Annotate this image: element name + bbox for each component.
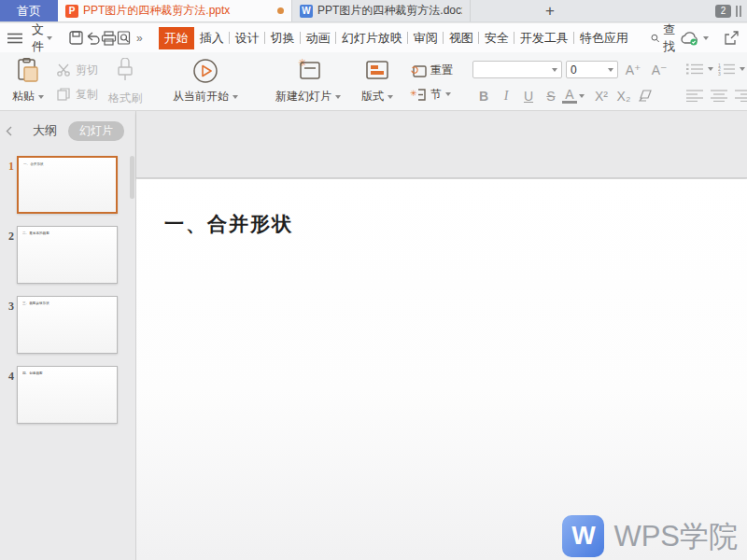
menu-item-0[interactable]: 开始	[159, 27, 194, 49]
new-tab-button[interactable]: +	[536, 0, 564, 21]
collapse-panel-icon[interactable]	[6, 126, 12, 136]
copy-label: 复制	[76, 87, 98, 103]
slide-number: 1	[0, 156, 17, 214]
slide-thumbnail-row: 4四、创意裁剪	[0, 366, 135, 424]
bold-button[interactable]: B	[472, 89, 495, 104]
menu-item-8[interactable]: 安全	[479, 27, 514, 49]
reset-icon	[410, 63, 427, 77]
save-icon[interactable]	[69, 29, 85, 48]
find-button[interactable]: 查找	[651, 21, 680, 55]
canvas-margin	[136, 111, 747, 178]
document-tab-docx[interactable]: W PPT图片的四种裁剪方法.docx	[291, 0, 471, 21]
slide-thumbnail-3[interactable]: 三、裁剪蒙版形状	[17, 296, 118, 354]
word-file-icon: W	[300, 5, 313, 18]
svg-text:3: 3	[718, 71, 721, 77]
file-menu-label: 文件	[32, 21, 44, 55]
decrease-font-button[interactable]: A⁻	[648, 63, 670, 77]
workspace: 大纲 幻灯片 1一、合并形状2二、最基本的裁剪3三、裁剪蒙版形状4四、创意裁剪 …	[0, 111, 747, 560]
menu-item-4[interactable]: 动画	[301, 27, 336, 49]
menu-items: 开始插入设计切换动画幻灯片放映审阅视图安全开发工具特色应用	[159, 27, 634, 49]
panel-scrollbar-thumb[interactable]	[130, 156, 134, 199]
align-center-icon[interactable]	[708, 88, 730, 103]
font-group: 0 A⁺ A⁻ B I U S A X² X₂	[472, 56, 670, 108]
cloud-sync-icon[interactable]	[680, 31, 709, 46]
slide-thumbnail-row: 2二、最基本的裁剪	[0, 226, 135, 284]
font-size-select[interactable]: 0	[566, 61, 618, 78]
ppt-file-icon: P	[65, 5, 78, 18]
undo-icon[interactable]	[85, 29, 101, 48]
strikethrough-button[interactable]: S	[540, 89, 562, 104]
slide-number: 3	[0, 296, 17, 354]
tab-count-badge[interactable]: 2	[715, 5, 731, 18]
document-tab-pptx[interactable]: P PPT图片的四种裁剪方法.pptx	[58, 0, 291, 21]
menu-item-1[interactable]: 插入	[194, 27, 230, 49]
align-right-icon[interactable]	[732, 88, 747, 103]
print-preview-icon[interactable]	[117, 29, 133, 48]
chevron-down-icon	[47, 36, 52, 40]
print-icon[interactable]	[101, 29, 117, 48]
menu-item-9[interactable]: 开发工具	[514, 27, 574, 49]
slide-number: 4	[0, 366, 17, 424]
svg-text:✳: ✳	[410, 89, 417, 98]
align-left-icon[interactable]	[684, 88, 706, 103]
section-button[interactable]: ✳ 节	[407, 85, 454, 105]
cut-button[interactable]: 剪切	[54, 61, 101, 80]
share-icon[interactable]	[724, 31, 740, 46]
ribbon-toolbar: 粘贴 剪切 复制 格式刷 从当前开始	[0, 52, 747, 111]
slide-title-text[interactable]: 一、合并形状	[164, 211, 293, 237]
file-menu-button[interactable]: 文件	[28, 20, 56, 57]
menu-item-7[interactable]: 视图	[444, 27, 479, 49]
slide-thumbnail-1[interactable]: 一、合并形状	[17, 156, 118, 214]
numbered-list-icon[interactable]: 123	[715, 62, 738, 77]
slideshow-group: 从当前开始	[159, 56, 252, 108]
new-slide-label: 新建幻灯片	[275, 89, 331, 105]
layout-icon	[364, 58, 390, 83]
more-tools-icon[interactable]: »	[136, 32, 142, 45]
play-from-current-button[interactable]: 从当前开始	[159, 56, 252, 108]
increase-font-button[interactable]: A⁺	[622, 63, 644, 77]
slide-thumbnail-list: 1一、合并形状2二、最基本的裁剪3三、裁剪蒙版形状4四、创意裁剪	[0, 150, 135, 424]
slide-thumbnail-4[interactable]: 四、创意裁剪	[17, 366, 118, 424]
thumbnail-title: 三、裁剪蒙版形状	[22, 301, 103, 305]
bullet-list-icon[interactable]	[684, 62, 706, 77]
layout-button[interactable]: 版式	[351, 56, 403, 108]
new-slide-button[interactable]: ✳ 新建幻灯片	[265, 56, 351, 108]
section-label: 节	[430, 87, 442, 103]
subscript-button[interactable]: X₂	[613, 89, 635, 104]
paste-button[interactable]: 粘贴	[6, 56, 50, 108]
slide-thumbnail-2[interactable]: 二、最基本的裁剪	[17, 226, 118, 284]
clear-format-button[interactable]	[635, 89, 657, 104]
tab-label: PPT图片的四种裁剪方法.docx	[317, 3, 462, 19]
italic-button[interactable]: I	[495, 89, 517, 104]
reset-button[interactable]: 重置	[407, 61, 456, 80]
format-painter-icon	[115, 58, 135, 82]
tab-outline[interactable]: 大纲	[33, 122, 57, 139]
tab-slides[interactable]: 幻灯片	[68, 121, 124, 141]
menu-item-2[interactable]: 设计	[230, 27, 265, 49]
menu-bar: 文件 » 开始插入设计切换动画幻灯片放映审阅视图安全开发工具特色应用 查找	[0, 23, 747, 52]
menu-item-3[interactable]: 切换	[265, 27, 301, 49]
slide-thumbnail-row: 3三、裁剪蒙版形状	[0, 296, 135, 354]
font-color-button[interactable]: A	[562, 89, 577, 104]
format-painter-label: 格式刷	[108, 91, 142, 106]
superscript-button[interactable]: X²	[590, 89, 613, 104]
format-painter-button[interactable]: 格式刷	[105, 56, 146, 108]
panel-header: 大纲 幻灯片	[0, 111, 135, 150]
menu-item-6[interactable]: 审阅	[408, 27, 444, 49]
tab-list-icon[interactable]	[736, 6, 741, 17]
paste-label: 粘贴	[12, 89, 35, 105]
watermark: W WPS学院	[562, 515, 738, 557]
font-name-select[interactable]	[472, 61, 562, 78]
slide-number: 2	[0, 226, 17, 284]
menu-item-5[interactable]: 幻灯片放映	[336, 27, 408, 49]
slide-thumbnail-row: 1一、合并形状	[0, 156, 135, 214]
play-icon	[192, 58, 218, 84]
underline-button[interactable]: U	[517, 89, 540, 104]
clipboard-icon	[16, 58, 40, 84]
slide-canvas[interactable]: 一、合并形状	[136, 179, 747, 560]
tab-label: PPT图片的四种裁剪方法.pptx	[83, 3, 270, 19]
menu-item-10[interactable]: 特色应用	[574, 27, 634, 49]
find-label: 查找	[663, 21, 680, 55]
hamburger-icon[interactable]	[7, 33, 22, 44]
copy-button[interactable]: 复制	[54, 85, 101, 105]
